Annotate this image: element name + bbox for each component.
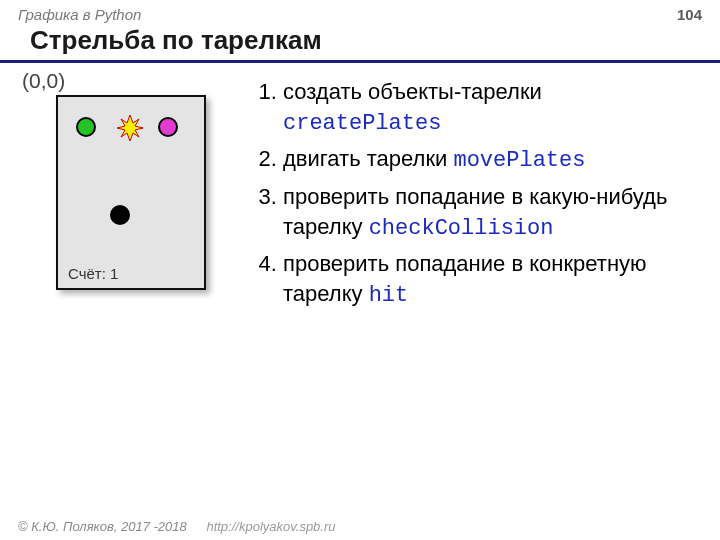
step-text: проверить попадание в конкретную тарелку: [283, 251, 647, 306]
step-text: двигать тарелки: [283, 146, 447, 171]
list-item: двигать тарелки movePlates: [283, 144, 702, 176]
section-label: Графика в Python: [18, 6, 141, 23]
svg-marker-0: [117, 115, 143, 141]
plate-green-icon: [76, 117, 96, 137]
score-label: Счёт: 1: [68, 265, 118, 282]
footer: © К.Ю. Поляков, 2017 -2018 http://kpolya…: [18, 519, 336, 534]
step-code: movePlates: [453, 148, 585, 173]
footer-url: http://kpolyakov.spb.ru: [206, 519, 335, 534]
step-text: создать объекты-тарелки: [283, 79, 542, 104]
copyright: © К.Ю. Поляков, 2017 -2018: [18, 519, 187, 534]
steps-list: создать объекты-тарелки createPlates дви…: [251, 77, 702, 311]
step-code: createPlates: [283, 111, 441, 136]
list-item: создать объекты-тарелки createPlates: [283, 77, 702, 138]
game-illustration: Счёт: 1: [56, 95, 206, 290]
step-code: hit: [369, 283, 409, 308]
page-number: 104: [677, 6, 702, 23]
list-item: проверить попадание в какую-нибудь тарел…: [283, 182, 702, 243]
list-item: проверить попадание в конкретную тарелку…: [283, 249, 702, 310]
origin-coord-label: (0,0): [18, 69, 233, 93]
slide-title: Стрельба по тарелкам: [0, 23, 720, 63]
ball-icon: [110, 205, 130, 225]
plate-magenta-icon: [158, 117, 178, 137]
step-code: checkCollision: [369, 216, 554, 241]
